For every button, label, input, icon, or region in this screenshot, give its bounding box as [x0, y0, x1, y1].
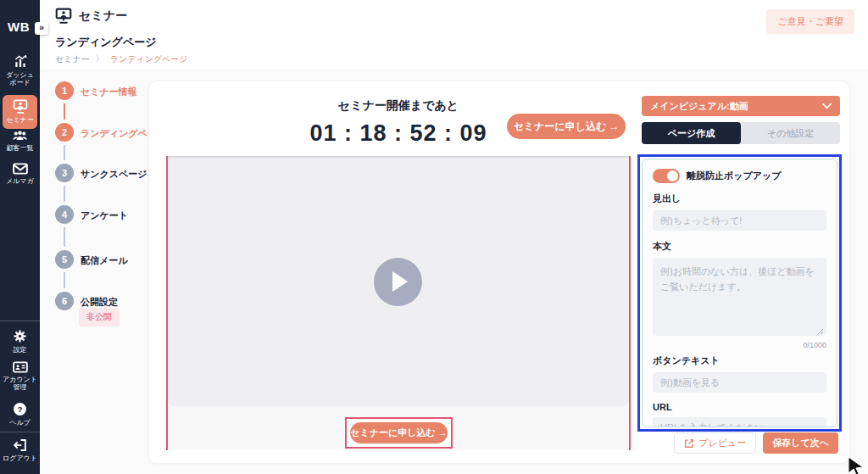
account-icon — [13, 361, 28, 373]
tab-other-settings[interactable]: その他設定 — [741, 122, 840, 144]
sidebar-item-logout[interactable]: ログアウト — [0, 438, 40, 462]
tab-page-create[interactable]: ページ作成 — [642, 122, 741, 144]
sidebar-item-customers[interactable]: 顧客一覧 — [0, 130, 40, 152]
body-textarea[interactable] — [653, 258, 826, 336]
step-connector — [64, 186, 65, 202]
countdown-time: 01 : 18 : 52 : 09 — [263, 120, 534, 147]
seminar-icon — [55, 8, 72, 24]
main-card: セミナー開催まであと 01 : 18 : 52 : 09 セミナーに申し込む →… — [148, 81, 850, 464]
customers-icon — [12, 130, 28, 142]
step-connector — [64, 227, 65, 247]
selected-element-outline: セミナーに申し込む → — [345, 417, 453, 449]
svg-text:?: ? — [17, 404, 22, 414]
sidebar-item-seminar[interactable]: セミナー — [3, 95, 37, 129]
popup-settings-panel: 離脱防止ポップアップ 見出し 本文 0/1000 ボタンテキスト URL — [637, 154, 842, 432]
countdown: セミナー開催まであと 01 : 18 : 52 : 09 — [263, 98, 534, 147]
step-circle-1[interactable]: 1 — [55, 81, 74, 100]
mail-icon — [13, 163, 28, 175]
char-counter: 0/1000 — [653, 341, 826, 349]
save-next-button[interactable]: 保存して次へ — [763, 432, 838, 454]
step-circle-6[interactable]: 6 — [55, 292, 74, 310]
sidebar-item-label: ダッシュ ボード — [6, 71, 34, 86]
popup-toggle-row: 離脱防止ポップアップ — [653, 169, 826, 183]
toggle-knob — [667, 170, 678, 181]
button-text-label: ボタンテキスト — [653, 354, 826, 367]
sidebar-item-label: 顧客一覧 — [7, 144, 34, 152]
heading-input[interactable] — [653, 210, 826, 231]
sidebar-item-settings[interactable]: 設定 — [0, 329, 40, 354]
sidebar-item-account[interactable]: アカウント 管理 — [0, 361, 40, 391]
main-visual-select-value: メインビジュアル:動画 — [650, 100, 748, 113]
app-title: セミナー — [55, 8, 127, 24]
step-label-5[interactable]: 配信メール — [81, 254, 128, 267]
preview-button-label: プレビュー — [698, 437, 746, 449]
step-label-1[interactable]: セミナー情報 — [81, 86, 137, 98]
step-label-4[interactable]: アンケート — [81, 209, 128, 222]
gear-icon — [13, 329, 27, 343]
sidebar-collapse-button[interactable]: » — [35, 22, 48, 35]
help-icon: ? — [13, 402, 27, 416]
breadcrumb-parent[interactable]: セミナー — [55, 53, 90, 65]
step-connector — [64, 145, 65, 160]
main-visual-select[interactable]: メインビジュアル:動画 — [642, 96, 840, 116]
header: セミナー ご意見・ご要望 ランディングページ セミナー 〉 ランディングページ — [40, 0, 868, 71]
step-label-3[interactable]: サンクスページ — [81, 168, 147, 181]
sidebar-item-label: セミナー — [6, 116, 34, 124]
sidebar-item-label: 設定 — [14, 346, 27, 354]
video-placeholder[interactable] — [168, 156, 629, 406]
seminar-icon — [13, 99, 28, 114]
sidebar-item-label: ログアウト — [3, 454, 37, 462]
popup-settings-inner: 離脱防止ポップアップ 見出し 本文 0/1000 ボタンテキスト URL — [642, 159, 837, 427]
url-input[interactable] — [653, 417, 826, 427]
seminar-apply-button-bottom[interactable]: セミナーに申し込む → — [350, 422, 448, 443]
step-label-6[interactable]: 公開設定 — [81, 296, 118, 309]
sidebar-item-dashboard[interactable]: ダッシュ ボード — [0, 54, 40, 86]
mouse-cursor — [849, 457, 868, 474]
url-label: URL — [653, 402, 826, 412]
chevron-down-icon — [822, 103, 832, 109]
sidebar-item-label: ヘルプ — [9, 419, 31, 427]
sidebar-item-mailmag[interactable]: メルマガ — [0, 163, 40, 185]
page-title: ランディングページ — [55, 35, 156, 50]
step-circle-3[interactable]: 3 — [55, 164, 74, 182]
heading-label: 見出し — [653, 192, 826, 205]
sidebar-divider — [0, 432, 40, 432]
popup-toggle[interactable] — [653, 169, 680, 183]
breadcrumb-separator-icon: 〉 — [96, 53, 104, 65]
step-circle-4[interactable]: 4 — [55, 205, 74, 224]
settings-tabbar: ページ作成 その他設定 — [642, 122, 840, 144]
feedback-button[interactable]: ご意見・ご要望 — [766, 9, 854, 34]
logout-icon — [13, 438, 27, 452]
step-circle-5[interactable]: 5 — [55, 250, 74, 269]
step-circle-2[interactable]: 2 — [55, 123, 74, 142]
status-badge: 非公開 — [79, 308, 120, 326]
play-button[interactable] — [374, 258, 422, 306]
step-connector — [64, 103, 65, 120]
sidebar-item-label: アカウント 管理 — [3, 376, 37, 391]
countdown-label: セミナー開催まであと — [263, 98, 534, 114]
breadcrumb: セミナー 〉 ランディングページ — [55, 53, 188, 65]
play-icon — [392, 271, 408, 292]
preview-button[interactable]: プレビュー — [674, 432, 756, 454]
dashboard-icon — [13, 54, 28, 69]
logo: WB — [0, 20, 37, 34]
external-link-icon — [684, 438, 694, 449]
card-footer: プレビュー 保存して次へ — [674, 432, 838, 454]
step-connector — [64, 272, 65, 288]
landing-preview-pane: セミナーに申し込む → — [166, 156, 631, 450]
sidebar-divider — [0, 321, 40, 321]
sidebar: WB ダッシュ ボード セミナー 顧客一覧 メルマガ 設定 ア — [0, 0, 40, 474]
breadcrumb-current: ランディングページ — [110, 53, 188, 65]
button-text-input[interactable] — [653, 372, 826, 393]
app-title-text: セミナー — [79, 8, 127, 24]
sidebar-item-label: メルマガ — [6, 177, 34, 185]
seminar-apply-button[interactable]: セミナーに申し込む → — [507, 114, 626, 139]
body-label: 本文 — [653, 240, 826, 253]
popup-toggle-label: 離脱防止ポップアップ — [687, 170, 782, 182]
sidebar-item-help[interactable]: ? ヘルプ — [0, 402, 40, 427]
